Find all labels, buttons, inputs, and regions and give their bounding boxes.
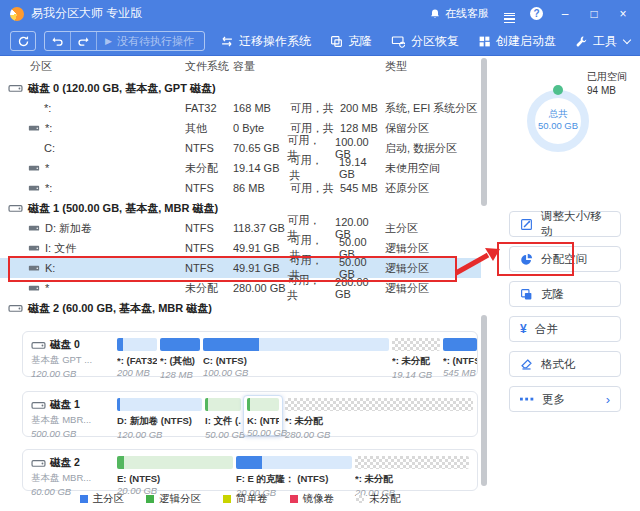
partition-filesystem: NTFS xyxy=(185,242,233,254)
partition-type-legend: 主分区逻辑分区简单卷镜像卷未分配 xyxy=(0,492,480,506)
allocate-space-button[interactable]: 分配空间 xyxy=(509,246,621,272)
toolbar-partition-recovery-button[interactable]: 分区恢复 xyxy=(391,33,459,50)
clone-label: 克隆 xyxy=(541,287,564,302)
partition-filesystem: 未分配 xyxy=(185,281,233,296)
disk-icon xyxy=(8,302,23,314)
partition-row[interactable]: *未分配280.00 GB可用，共280.00 GB逻辑分区 xyxy=(0,278,481,298)
format-button[interactable]: 格式化 xyxy=(509,351,621,377)
legend-item: 简单卷 xyxy=(223,492,268,506)
legend-swatch xyxy=(356,495,364,503)
diskmap-partition[interactable]: D: 新加卷 (NTFS)120.00 GB xyxy=(117,398,202,433)
help-icon[interactable]: ? xyxy=(530,7,543,20)
resize-move-label: 调整大小/移动 xyxy=(541,209,610,239)
partition-filesystem: FAT32 xyxy=(185,102,233,114)
disk-group-row[interactable]: 磁盘 0 (120.00 GB, 基本盘, GPT 磁盘) xyxy=(0,78,481,98)
close-button[interactable]: × xyxy=(616,7,630,21)
partition-bar xyxy=(117,456,233,469)
diskmap-partition[interactable]: *: 未分配20.00 GB xyxy=(355,456,469,487)
chevron-right-icon: › xyxy=(606,393,610,406)
minimize-button[interactable]: – xyxy=(558,7,572,21)
format-label: 格式化 xyxy=(541,357,576,372)
partition-row[interactable]: *未分配19.14 GB可用，共19.14 GB未使用空间 xyxy=(0,158,481,178)
partition-filesystem: 未分配 xyxy=(185,161,233,176)
disk-name: 磁盘 2 xyxy=(50,456,80,470)
clone-button[interactable]: 克隆 xyxy=(509,281,621,307)
total-space: 19.14 GB xyxy=(339,156,385,180)
partition-filesystem: NTFS xyxy=(185,262,233,274)
partition-bar-size: 200 MB xyxy=(117,367,157,378)
toolbar-clone-label: 克隆 xyxy=(348,33,372,50)
partition-bar xyxy=(203,338,389,351)
maximize-button[interactable]: □ xyxy=(587,7,601,21)
diskmap-card-disk-1[interactable]: 磁盘 1基本盘 MBR...500.00 GBD: 新加卷 (NTFS)120.… xyxy=(22,391,478,437)
refresh-button[interactable] xyxy=(10,31,36,51)
format-icon xyxy=(520,358,533,371)
diskmap-partition-selected[interactable]: K: (NTFS)50.00 GB xyxy=(243,395,283,436)
allocate-space-label: 分配空间 xyxy=(541,252,587,267)
merge-button[interactable]: ¥合并 xyxy=(509,316,621,342)
toolbar-clone-button[interactable]: 克隆 xyxy=(330,33,372,50)
partition-bar-label: *: (其他) xyxy=(160,355,200,368)
partition-recovery-icon xyxy=(391,35,406,48)
more-button[interactable]: 更多› xyxy=(509,386,621,412)
undo-button[interactable] xyxy=(45,32,70,50)
diskmap-partition[interactable]: C: (NTFS)100.00 GB xyxy=(203,338,389,373)
toolbar-migrate-os-button[interactable]: 迁移操作系统 xyxy=(220,33,311,50)
used-space-label: 已用空间 94 MB xyxy=(587,70,627,97)
windows-icon xyxy=(28,103,39,114)
diskmap-partition[interactable]: *: (其他)128 MB xyxy=(160,338,200,373)
partition-type: 系统, EFI 系统分区 xyxy=(385,101,481,116)
diskmap-partition[interactable]: F: E 的克隆： (NTFS)20.00 GB xyxy=(236,456,352,487)
toolbar-tools-button[interactable]: 工具 xyxy=(575,33,630,50)
legend-item: 镜像卷 xyxy=(290,492,335,506)
bell-icon xyxy=(429,8,441,20)
table-scrollbar[interactable] xyxy=(481,58,487,206)
used-label: 已用空间 xyxy=(587,70,627,84)
disk-label: 磁盘 0基本盘 GPT ...120.00 GB xyxy=(31,336,117,373)
boot-disk-icon xyxy=(478,35,491,48)
right-panel: 总共 50.00 GB 已用空间 94 MB 调整大小/移动分配空间克隆¥合并格… xyxy=(490,56,640,511)
capacity-conjunction: 可用，共 xyxy=(290,101,334,116)
partition-filesystem: NTFS xyxy=(185,182,233,194)
disk-icon xyxy=(8,82,23,94)
legend-item: 主分区 xyxy=(80,492,125,506)
drive-icon xyxy=(28,183,40,193)
partition-type: 逻辑分区 xyxy=(385,281,481,296)
resize-move-button[interactable]: 调整大小/移动 xyxy=(509,211,621,237)
redo-button[interactable] xyxy=(71,32,96,50)
online-support-button[interactable]: 在线客服 xyxy=(429,6,489,21)
partition-capacity: 168 MB可用，共200 MB xyxy=(233,101,385,116)
diskmap-partition[interactable]: E: (NTFS)20.00 GB xyxy=(117,456,233,487)
donut-center-label: 总共 50.00 GB xyxy=(520,108,596,133)
partition-capacity: 86 MB可用，共545 MB xyxy=(233,181,385,196)
menu-list-icon[interactable] xyxy=(504,11,515,17)
partition-row[interactable]: *:NTFS86 MB可用，共545 MB还原分区 xyxy=(0,178,481,198)
free-space: 168 MB xyxy=(233,102,290,114)
drive-icon xyxy=(28,243,40,253)
diskmap-partition[interactable]: *: 未分配19.14 GB xyxy=(392,338,440,373)
partition-bar-label: I: 文件 (... xyxy=(205,415,241,428)
diskmap-scrollbar[interactable] xyxy=(481,315,487,486)
partition-name: *: xyxy=(45,122,52,134)
legend-label: 未分配 xyxy=(369,492,401,506)
diskmap-partition[interactable]: *: (NTFS)545 MB xyxy=(443,338,477,373)
partition-bar-label: *: 未分配 xyxy=(285,415,473,428)
toolbar-create-boot-disk-button[interactable]: 创建启动盘 xyxy=(478,33,556,50)
diskmap-partition[interactable]: *: (FAT32)200 MB xyxy=(117,338,157,373)
diskmap-card-disk-0[interactable]: 磁盘 0基本盘 GPT ...120.00 GB*: (FAT32)200 MB… xyxy=(22,331,478,377)
migrate-os-icon xyxy=(220,35,234,48)
partition-filesystem: 其他 xyxy=(185,121,233,136)
tools-icon xyxy=(575,35,588,48)
main-area: 分区 文件系统 容量 类型 磁盘 0 (120.00 GB, 基本盘, GPT … xyxy=(0,56,640,511)
col-header-capacity: 容量 xyxy=(233,59,385,74)
total-space: 200 MB xyxy=(340,102,378,114)
pending-operations-button[interactable]: ▶ 没有待执行操作 xyxy=(97,34,204,49)
partition-name: I: 文件 xyxy=(45,241,76,256)
diskmap-partition[interactable]: I: 文件 (...50.00 GB xyxy=(205,398,241,433)
used-space-dot xyxy=(553,85,563,95)
diskmap-card-disk-2[interactable]: 磁盘 2基本盘 MBR...60.00 GBE: (NTFS)20.00 GBF… xyxy=(22,449,478,491)
disk-label: 磁盘 1基本盘 MBR...500.00 GB xyxy=(31,396,117,433)
col-header-type: 类型 xyxy=(385,59,480,74)
diskmap-partition[interactable]: *: 未分配280.00 GB xyxy=(285,398,473,433)
partition-row[interactable]: *:FAT32168 MB可用，共200 MB系统, EFI 系统分区 xyxy=(0,98,481,118)
